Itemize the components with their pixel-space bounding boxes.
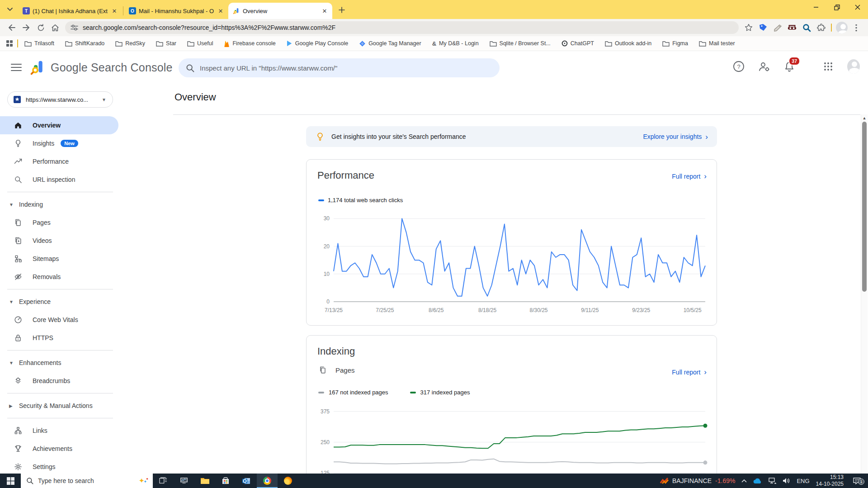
bookmark-trilasoft[interactable]: Trilasoft bbox=[24, 40, 54, 47]
app-header: Google Search Console Inspect any URL in… bbox=[0, 51, 868, 85]
folder-icon bbox=[65, 41, 72, 47]
new-tab-button[interactable] bbox=[336, 4, 348, 16]
explore-insights-link[interactable]: Explore your insights › bbox=[643, 133, 708, 141]
extension-notes-icon[interactable] bbox=[770, 20, 785, 35]
tab-overview-active[interactable]: Overview ✕ bbox=[228, 3, 332, 19]
sidebar-section-security[interactable]: ▶ Security & Manual Actions bbox=[0, 397, 118, 415]
stock-ticker[interactable]: BAJFINANCE -1.69% bbox=[660, 477, 735, 485]
tab-search-button[interactable] bbox=[4, 3, 16, 16]
gsc-logo[interactable]: Google Search Console bbox=[30, 59, 173, 76]
property-selector[interactable]: https://www.starww.co... ▼ bbox=[7, 91, 113, 108]
back-button[interactable] bbox=[5, 20, 19, 35]
address-bar[interactable]: search.google.com/search-console?resourc… bbox=[65, 21, 739, 34]
close-tab-icon[interactable]: ✕ bbox=[321, 7, 329, 15]
sidebar-section-experience[interactable]: ▼ Experience bbox=[0, 293, 118, 311]
chevron-right-icon: › bbox=[704, 368, 707, 376]
links-tree-icon bbox=[14, 426, 23, 435]
sidebar-section-enhancements[interactable]: ▼ Enhancements bbox=[0, 354, 118, 372]
bookmark-shiftkarado[interactable]: ShiftKarado bbox=[65, 40, 104, 47]
task-view-button[interactable] bbox=[153, 474, 174, 488]
start-button[interactable] bbox=[0, 474, 21, 488]
performance-full-report-link[interactable]: Full report › bbox=[672, 172, 707, 180]
tab-outlook-mail[interactable]: O Mail - Himanshu Sukhpal - Outl ✕ bbox=[124, 3, 228, 19]
sidebar-item-removals[interactable]: Removals bbox=[0, 268, 118, 286]
bookmark-my-dnb-login[interactable]: &My D&B - Login bbox=[432, 40, 479, 47]
close-window-button[interactable] bbox=[847, 0, 868, 14]
tab-teams-chat[interactable]: T (1) Chat | Ishika Adhana (Externa ✕ bbox=[18, 3, 122, 19]
sidebar-item-videos[interactable]: Videos bbox=[0, 232, 118, 250]
taskbar-search-box[interactable]: Type here to search ✦✦● bbox=[21, 474, 153, 488]
sidebar-item-sitemaps[interactable]: Sitemaps bbox=[0, 250, 118, 268]
user-settings-button[interactable] bbox=[758, 60, 770, 73]
close-tab-icon[interactable]: ✕ bbox=[217, 7, 225, 15]
site-settings-icon[interactable] bbox=[71, 24, 78, 31]
bookmark-google-tag-manager[interactable]: Google Tag Manager bbox=[359, 40, 421, 47]
microsoft-store-icon[interactable] bbox=[215, 474, 236, 488]
svg-text:7/25/25: 7/25/25 bbox=[376, 307, 394, 313]
performance-chart[interactable]: 01020307/13/257/25/258/6/258/18/258/30/2… bbox=[313, 208, 711, 316]
sidebar-item-breadcrumbs[interactable]: Breadcrumbs bbox=[0, 372, 118, 390]
home-button[interactable] bbox=[48, 20, 62, 35]
network-icon[interactable] bbox=[769, 478, 776, 484]
bookmarks-apps-icon[interactable] bbox=[6, 40, 13, 47]
sidebar-section-indexing[interactable]: ▼ Indexing bbox=[0, 195, 118, 213]
bookmark-chatgpt[interactable]: ChatGPT bbox=[561, 40, 594, 47]
indexing-chart[interactable]: 125250375 bbox=[313, 400, 711, 483]
volume-icon[interactable] bbox=[783, 478, 790, 484]
page-scrollbar[interactable]: ▲ bbox=[861, 114, 868, 474]
scrollbar-thumb[interactable] bbox=[862, 122, 867, 292]
close-tab-icon[interactable]: ✕ bbox=[110, 7, 118, 15]
bookmark-sqlite-browser[interactable]: Sqlite / Browser St... bbox=[490, 40, 551, 47]
extensions-puzzle-icon[interactable] bbox=[814, 20, 828, 35]
restore-button[interactable] bbox=[826, 0, 847, 14]
extension-mask-icon[interactable] bbox=[785, 20, 799, 35]
bookmark-useful[interactable]: Useful bbox=[187, 40, 213, 47]
reload-button[interactable] bbox=[33, 20, 48, 35]
action-center-button[interactable]: 1 bbox=[850, 478, 863, 484]
forward-button[interactable] bbox=[19, 20, 33, 35]
performance-card: Performance Full report › 1,174 total we… bbox=[306, 159, 717, 326]
bookmark-star-icon[interactable] bbox=[741, 20, 756, 35]
sidebar-item-core-web-vitals[interactable]: Core Web Vitals bbox=[0, 311, 118, 329]
google-apps-button[interactable] bbox=[822, 60, 835, 73]
onedrive-cloud-icon[interactable] bbox=[753, 478, 762, 484]
extension-search-q-icon[interactable] bbox=[799, 20, 814, 35]
help-button[interactable]: ? bbox=[732, 60, 745, 73]
sidebar-item-performance[interactable]: Performance bbox=[0, 152, 118, 171]
url-inspect-searchbox[interactable]: Inspect any URL in "https://www.starww.c… bbox=[179, 58, 500, 77]
account-avatar-button[interactable] bbox=[847, 60, 860, 73]
scrollbar-up-arrow[interactable]: ▲ bbox=[862, 116, 867, 120]
clock[interactable]: 15:13 14-10-2025 bbox=[816, 474, 844, 488]
bookmark-outlook-addin[interactable]: Outlook add-in bbox=[605, 40, 651, 47]
bookmark-star[interactable]: Star bbox=[156, 40, 176, 47]
task-manager-icon[interactable] bbox=[174, 474, 194, 488]
sidebar-item-insights[interactable]: Insights New bbox=[0, 134, 118, 152]
chrome-icon-active[interactable] bbox=[257, 474, 278, 488]
bookmark-firebase-console[interactable]: Firebase console bbox=[224, 40, 275, 47]
extension-tag-icon[interactable] bbox=[756, 20, 770, 35]
tray-expand-chevron[interactable] bbox=[741, 479, 747, 483]
sidebar-item-url-inspection[interactable]: URL inspection bbox=[0, 171, 118, 189]
bookmark-figma[interactable]: Figma bbox=[662, 40, 688, 47]
bookmark-mail-tester[interactable]: Mail tester bbox=[699, 40, 735, 47]
sidebar-item-overview[interactable]: Overview bbox=[0, 116, 118, 134]
hamburger-menu-icon[interactable] bbox=[11, 63, 22, 72]
svg-text:8/6/25: 8/6/25 bbox=[429, 307, 444, 313]
sidebar-item-settings[interactable]: Settings bbox=[0, 458, 118, 474]
language-indicator[interactable]: ENG bbox=[797, 478, 809, 484]
minimize-button[interactable] bbox=[806, 0, 826, 14]
bookmark-google-play-console[interactable]: Google Play Console bbox=[287, 40, 348, 47]
indexing-full-report-link[interactable]: Full report › bbox=[672, 368, 707, 376]
notifications-bell-button[interactable]: 37 bbox=[783, 60, 796, 73]
sidebar-item-links[interactable]: Links bbox=[0, 422, 118, 440]
sidebar-item-pages[interactable]: Pages bbox=[0, 213, 118, 232]
sidebar-item-https[interactable]: HTTPS bbox=[0, 329, 118, 347]
sidebar-item-achievements[interactable]: Achievements bbox=[0, 440, 118, 458]
browser-profile-avatar[interactable] bbox=[835, 20, 849, 35]
firefox-icon[interactable] bbox=[278, 474, 298, 488]
file-explorer-icon[interactable] bbox=[194, 474, 215, 488]
bookmark-redsky[interactable]: RedSky bbox=[115, 40, 145, 47]
browser-menu-button[interactable] bbox=[849, 20, 863, 35]
sitemap-icon bbox=[14, 254, 23, 263]
outlook-icon[interactable] bbox=[236, 474, 257, 488]
